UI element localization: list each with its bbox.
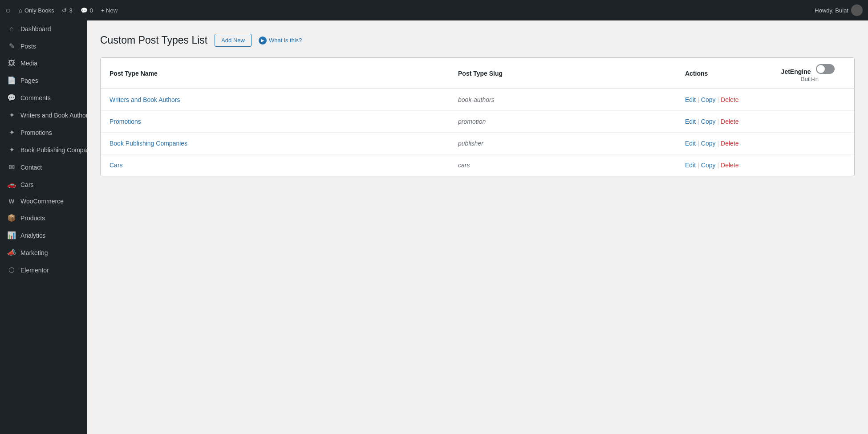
- contact-icon: ✉: [7, 163, 16, 171]
- media-icon: 🖼: [7, 59, 16, 67]
- col-header-post-type-name: Post Type Name: [101, 58, 449, 89]
- action-links: Edit | Copy | Delete: [685, 162, 756, 169]
- post-type-actions-cell: Edit | Copy | Delete: [676, 133, 765, 154]
- post-type-slug-text: cars: [458, 162, 470, 169]
- post-type-slug-text: promotion: [458, 118, 486, 125]
- main-content: Custom Post Types List Add New ▶ What is…: [87, 20, 868, 434]
- action-links: Edit | Copy | Delete: [685, 140, 756, 147]
- pages-icon: 📄: [7, 76, 16, 85]
- post-type-actions-cell: Edit | Copy | Delete: [676, 154, 765, 176]
- action-separator: |: [698, 118, 699, 125]
- comments-icon: 💬: [7, 93, 16, 102]
- post-type-slug-cell: promotion: [449, 111, 676, 133]
- dashboard-icon: ⌂: [7, 25, 16, 33]
- post-type-slug-text: book-authors: [458, 96, 495, 103]
- sidebar-item-promotions[interactable]: ✦ Promotions: [0, 124, 87, 141]
- sidebar-item-pages[interactable]: 📄 Pages: [0, 72, 87, 89]
- post-types-table-container: Post Type Name Post Type Slug Actions Je…: [100, 57, 855, 176]
- post-type-slug-cell: cars: [449, 154, 676, 176]
- jetengine-cell: [765, 154, 854, 176]
- elementor-icon: ⬡: [7, 266, 16, 274]
- sidebar: ⌂ Dashboard ✎ Posts 🖼 Media 📄 Pages 💬 Co…: [0, 20, 87, 434]
- analytics-icon: 📊: [7, 231, 16, 239]
- table-row: Writers and Book Authorsbook-authorsEdit…: [101, 89, 854, 111]
- edit-link[interactable]: Edit: [685, 140, 696, 147]
- copy-link[interactable]: Copy: [701, 96, 716, 103]
- table-row: CarscarsEdit | Copy | Delete: [101, 154, 854, 176]
- adminbar-updates[interactable]: ↺ 3: [62, 7, 72, 14]
- home-icon: ⌂: [19, 7, 22, 14]
- post-type-slug-text: publisher: [458, 140, 483, 147]
- delete-link[interactable]: Delete: [721, 140, 738, 147]
- delete-link[interactable]: Delete: [721, 118, 738, 125]
- action-links: Edit | Copy | Delete: [685, 96, 756, 103]
- post-type-name-cell: Writers and Book Authors: [101, 89, 449, 111]
- woocommerce-icon: W: [7, 198, 16, 205]
- book-publishing-icon: ✦: [7, 146, 16, 154]
- post-type-name-cell: Cars: [101, 154, 449, 176]
- updates-icon: ↺: [62, 7, 67, 14]
- copy-link[interactable]: Copy: [701, 140, 716, 147]
- action-separator: |: [717, 118, 719, 125]
- copy-link[interactable]: Copy: [701, 162, 716, 169]
- jetengine-cell: [765, 111, 854, 133]
- action-separator: |: [698, 140, 699, 147]
- promotions-icon: ✦: [7, 128, 16, 137]
- products-icon: 📦: [7, 214, 16, 222]
- cars-icon: 🚗: [7, 180, 16, 189]
- adminbar-new[interactable]: + New: [101, 7, 118, 14]
- add-new-button[interactable]: Add New: [215, 34, 251, 47]
- post-type-name-link[interactable]: Promotions: [110, 118, 141, 125]
- sidebar-item-products[interactable]: 📦 Products: [0, 209, 87, 227]
- post-types-table: Post Type Name Post Type Slug Actions Je…: [101, 58, 854, 176]
- action-separator: |: [717, 140, 719, 147]
- post-type-name-link[interactable]: Book Publishing Companies: [110, 140, 187, 147]
- post-type-name-link[interactable]: Writers and Book Authors: [110, 96, 180, 103]
- sidebar-item-dashboard[interactable]: ⌂ Dashboard: [0, 20, 87, 37]
- comments-icon: 💬: [81, 7, 88, 14]
- page-title: Custom Post Types List: [100, 34, 207, 46]
- posts-icon: ✎: [7, 42, 16, 50]
- adminbar-comments[interactable]: 💬 0: [81, 7, 93, 14]
- delete-link[interactable]: Delete: [721, 162, 738, 169]
- edit-link[interactable]: Edit: [685, 96, 696, 103]
- sidebar-item-marketing[interactable]: 📣 Marketing: [0, 244, 87, 261]
- wp-logo-icon[interactable]: ○: [5, 5, 11, 16]
- action-separator: |: [717, 162, 719, 169]
- sidebar-item-book-publishing[interactable]: ✦ Book Publishing Companies: [0, 141, 87, 158]
- post-type-name-cell: Book Publishing Companies: [101, 133, 449, 154]
- user-avatar: [851, 4, 863, 16]
- delete-link[interactable]: Delete: [721, 96, 738, 103]
- adminbar-site[interactable]: ⌂ Only Books: [19, 7, 54, 14]
- copy-link[interactable]: Copy: [701, 118, 716, 125]
- post-type-name-link[interactable]: Cars: [110, 162, 123, 169]
- sidebar-item-elementor[interactable]: ⬡ Elementor: [0, 261, 87, 279]
- sidebar-item-woocommerce[interactable]: W WooCommerce: [0, 193, 87, 209]
- what-is-this-link[interactable]: ▶ What is this?: [259, 37, 302, 45]
- action-separator: |: [698, 162, 699, 169]
- writers-icon: ✦: [7, 111, 16, 119]
- sidebar-item-contact[interactable]: ✉ Contact: [0, 158, 87, 176]
- edit-link[interactable]: Edit: [685, 118, 696, 125]
- col-header-jetengine: JetEngine Built-in: [765, 58, 854, 89]
- jetengine-cell: [765, 89, 854, 111]
- admin-bar: ○ ⌂ Only Books ↺ 3 💬 0 + New Howdy, Bula…: [0, 0, 868, 20]
- sidebar-item-cars[interactable]: 🚗 Cars: [0, 176, 87, 193]
- marketing-icon: 📣: [7, 248, 16, 257]
- adminbar-user[interactable]: Howdy, Bulat: [815, 4, 863, 16]
- col-header-actions: Actions: [676, 58, 765, 89]
- action-links: Edit | Copy | Delete: [685, 118, 756, 125]
- action-separator: |: [698, 96, 699, 103]
- sidebar-item-comments[interactable]: 💬 Comments: [0, 89, 87, 106]
- edit-link[interactable]: Edit: [685, 162, 696, 169]
- sidebar-item-writers[interactable]: ✦ Writers and Book Authors: [0, 106, 87, 124]
- sidebar-item-media[interactable]: 🖼 Media: [0, 55, 87, 72]
- play-icon: ▶: [259, 37, 267, 45]
- sidebar-item-posts[interactable]: ✎ Posts: [0, 37, 87, 55]
- sidebar-item-analytics[interactable]: 📊 Analytics: [0, 227, 87, 244]
- post-type-slug-cell: book-authors: [449, 89, 676, 111]
- page-header: Custom Post Types List Add New ▶ What is…: [100, 34, 855, 47]
- jetengine-toggle[interactable]: [816, 64, 835, 74]
- post-type-actions-cell: Edit | Copy | Delete: [676, 89, 765, 111]
- post-type-slug-cell: publisher: [449, 133, 676, 154]
